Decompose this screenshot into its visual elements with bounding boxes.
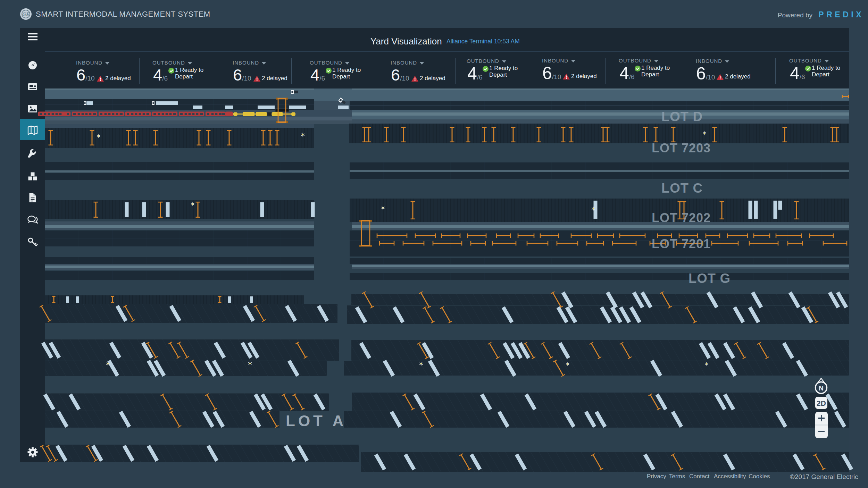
svg-text:LOT 7203: LOT 7203 (652, 141, 711, 155)
svg-text:LOT 7201: LOT 7201 (652, 237, 711, 251)
svg-text:LOT 7202: LOT 7202 (652, 211, 711, 225)
svg-text:LOT A: LOT A (286, 412, 347, 429)
svg-text:LOT G: LOT G (688, 271, 731, 286)
svg-text:2D: 2D (817, 399, 826, 407)
svg-text:LOT C: LOT C (661, 181, 703, 195)
svg-text:LOT D: LOT D (661, 109, 703, 124)
svg-text:N: N (819, 385, 824, 392)
